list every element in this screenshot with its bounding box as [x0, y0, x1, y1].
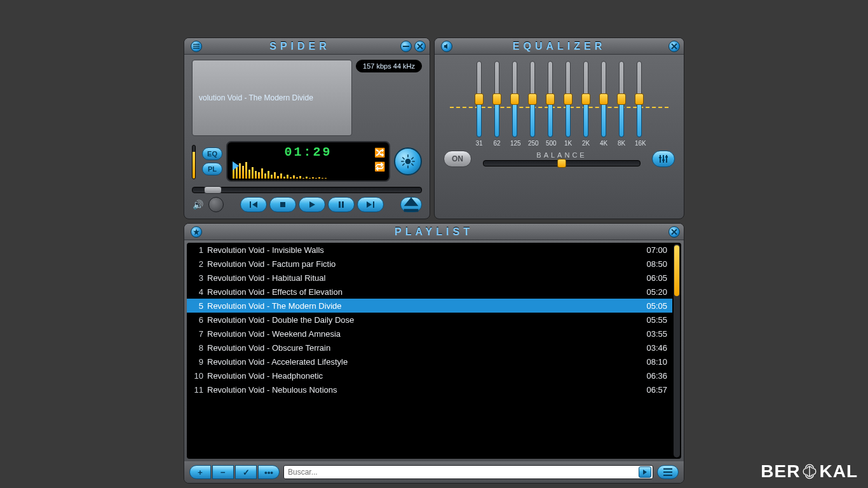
eq-freq-label: 4K — [599, 140, 608, 147]
eq-band-8K[interactable] — [617, 61, 626, 137]
speaker-icon: 🔊 — [192, 200, 203, 210]
seek-slider[interactable] — [192, 187, 422, 193]
favorite-icon[interactable] — [191, 226, 202, 238]
playlist-row[interactable]: 8Revolution Void - Obscure Terrain03:46 — [187, 341, 672, 355]
eq-toggle-button[interactable]: EQ — [202, 147, 222, 160]
add-button[interactable]: + — [189, 465, 211, 479]
playlist-row[interactable]: 4Revolution Void - Effects of Elevation0… — [187, 285, 672, 299]
shuffle-icon[interactable]: 🔀 — [374, 147, 385, 158]
playlist-row[interactable]: 5Revolution Void - The Modern Divide05:0… — [187, 299, 672, 313]
equalizer-titlebar[interactable]: EQUALIZER — [435, 38, 684, 55]
playlist-row[interactable]: 1Revolution Void - Invisible Walls07:00 — [187, 243, 672, 257]
repeat-icon[interactable]: 🔁 — [374, 161, 385, 172]
eject-button[interactable] — [400, 197, 422, 212]
svg-marker-17 — [444, 44, 447, 49]
svg-rect-3 — [403, 46, 409, 47]
player-titlebar[interactable]: SPIDER — [184, 38, 430, 55]
remove-button[interactable]: − — [212, 465, 234, 479]
next-button[interactable] — [357, 197, 384, 212]
row-title: Revolution Void - Double the Daily Dose — [207, 315, 635, 325]
row-title: Revolution Void - Weekend Amnesia — [207, 329, 635, 339]
pause-button[interactable] — [328, 197, 355, 212]
svg-rect-2 — [193, 48, 200, 49]
search-go-button[interactable] — [639, 466, 651, 478]
search-input[interactable] — [288, 468, 639, 477]
row-duration: 06:36 — [635, 371, 667, 381]
playlist-row[interactable]: 7Revolution Void - Weekend Amnesia03:55 — [187, 327, 672, 341]
pl-close-icon[interactable] — [668, 226, 680, 238]
record-button[interactable] — [208, 197, 224, 212]
more-button[interactable]: ••• — [258, 465, 280, 479]
playlist-scrollbar[interactable] — [674, 244, 680, 458]
eq-freq-label: 500 — [546, 140, 555, 147]
svg-rect-21 — [663, 155, 664, 163]
svg-rect-31 — [663, 471, 672, 473]
row-title: Revolution Void - Factum par Fictio — [207, 259, 635, 269]
list-view-button[interactable] — [657, 465, 679, 479]
svg-marker-13 — [367, 201, 372, 208]
row-title: Revolution Void - Effects of Elevation — [207, 287, 635, 297]
svg-rect-24 — [662, 159, 665, 161]
svg-rect-23 — [659, 157, 661, 158]
row-title: Revolution Void - Invisible Walls — [207, 245, 635, 255]
playlist-row[interactable]: 2Revolution Void - Factum par Fictio08:5… — [187, 257, 672, 271]
preset-button[interactable] — [652, 151, 675, 167]
eq-speaker-icon[interactable] — [441, 41, 452, 52]
svg-rect-32 — [663, 475, 672, 476]
row-title: Revolution Void - Accelerated Lifestyle — [207, 357, 635, 367]
svg-rect-20 — [660, 155, 661, 163]
svg-rect-30 — [663, 468, 672, 470]
close-icon[interactable] — [414, 41, 426, 52]
balance-slider[interactable] — [483, 160, 641, 166]
eq-band-1K[interactable] — [564, 61, 573, 137]
balance-label: BALANCE — [478, 151, 646, 159]
playlist-titlebar[interactable]: PLAYLIST — [184, 224, 684, 240]
row-duration: 05:55 — [635, 315, 667, 325]
player-title: SPIDER — [202, 41, 398, 52]
pl-toggle-button[interactable]: PL — [202, 163, 222, 175]
playlist-row[interactable]: 3Revolution Void - Habitual Ritual06:05 — [187, 271, 672, 285]
play-button[interactable] — [299, 197, 325, 212]
row-duration: 06:05 — [635, 273, 667, 283]
eq-band-62[interactable] — [492, 61, 501, 137]
svg-rect-25 — [665, 156, 668, 158]
eq-close-icon[interactable] — [668, 41, 680, 52]
row-number: 11 — [189, 385, 203, 395]
eq-on-button[interactable]: ON — [444, 151, 471, 167]
eq-band-500[interactable] — [546, 61, 555, 137]
spider-logo-button[interactable] — [394, 147, 422, 175]
row-title: Revolution Void - Nebulous Notions — [207, 385, 635, 395]
volume-slider[interactable] — [192, 145, 196, 179]
eq-freq-label: 2K — [581, 140, 590, 147]
row-duration: 08:50 — [635, 259, 667, 269]
eq-band-31[interactable] — [475, 61, 484, 137]
playlist-row[interactable]: 10Revolution Void - Headphonetic06:36 — [187, 369, 672, 383]
visualizer[interactable]: 01:29 🔀 🔁 — [226, 141, 390, 182]
row-number: 7 — [189, 329, 203, 339]
svg-rect-12 — [342, 201, 344, 208]
playlist-row[interactable]: 9Revolution Void - Accelerated Lifestyle… — [187, 355, 672, 369]
eq-band-250[interactable] — [528, 61, 537, 137]
svg-rect-22 — [666, 155, 667, 163]
svg-marker-8 — [252, 201, 257, 208]
svg-rect-9 — [280, 202, 285, 207]
eq-band-2K[interactable] — [581, 61, 590, 137]
svg-marker-10 — [309, 201, 315, 208]
row-number: 3 — [189, 273, 203, 283]
playlist-title: PLAYLIST — [202, 226, 666, 238]
eq-freq-label: 8K — [617, 140, 626, 147]
eq-band-125[interactable] — [510, 61, 519, 137]
play-status-icon — [233, 161, 239, 170]
playlist-row[interactable]: 6Revolution Void - Double the Daily Dose… — [187, 313, 672, 327]
select-button[interactable]: ✓ — [235, 465, 257, 479]
stop-button[interactable] — [269, 197, 296, 212]
playlist-row[interactable]: 11Revolution Void - Nebulous Notions06:5… — [187, 383, 672, 396]
eq-band-16K[interactable] — [635, 61, 644, 137]
eq-freq-label: 62 — [492, 140, 501, 147]
previous-button[interactable] — [240, 197, 267, 212]
search-wrap — [283, 465, 653, 479]
row-duration: 05:20 — [635, 287, 667, 297]
minimize-icon[interactable] — [400, 41, 412, 52]
eq-band-4K[interactable] — [599, 61, 608, 137]
menu-icon[interactable] — [191, 41, 202, 52]
